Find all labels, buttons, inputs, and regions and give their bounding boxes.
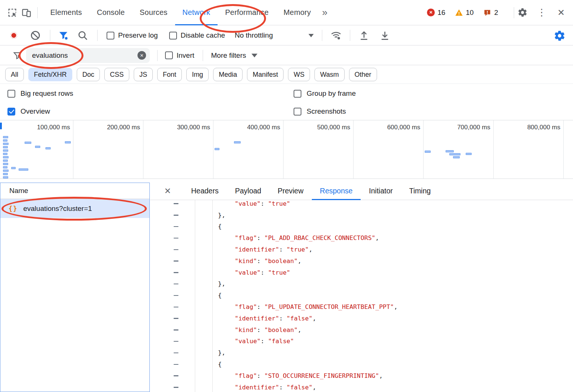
device-toolbar-icon (21, 7, 32, 18)
invert-filter-checkbox[interactable] (165, 51, 173, 59)
fold-marker[interactable] (150, 324, 195, 336)
fold-dash-icon (174, 284, 178, 285)
devtools-main-toolbar: ElementsConsoleSourcesNetworkPerformance… (0, 0, 573, 25)
detail-tab-preview[interactable]: Preview (269, 183, 311, 200)
filter-toggle-button[interactable] (58, 30, 69, 41)
close-devtools-button[interactable]: ✕ (553, 4, 569, 21)
issues-badge[interactable]: 2 (483, 9, 498, 17)
detail-tab-headers[interactable]: Headers (183, 183, 227, 200)
group-by-frame-checkbox[interactable] (294, 90, 301, 98)
chevron-down-icon (308, 34, 314, 37)
chip-css[interactable]: CSS (104, 68, 129, 81)
device-toolbar-button[interactable] (19, 6, 34, 20)
disable-cache-label: Disable cache (181, 31, 225, 39)
clear-filter-button[interactable]: ✕ (137, 51, 146, 60)
inspect-element-button[interactable] (5, 6, 19, 20)
fold-marker[interactable] (150, 382, 195, 392)
chip-all[interactable]: All (5, 68, 24, 81)
export-har-button[interactable] (379, 30, 390, 41)
console-errors-badge[interactable]: ✕ 16 (427, 9, 445, 17)
detail-tab-initiator[interactable]: Initiator (361, 183, 401, 200)
search-network-button[interactable] (77, 30, 88, 41)
chip-ws[interactable]: WS (288, 68, 310, 81)
console-warnings-badge[interactable]: 10 (455, 9, 474, 17)
timeline-request-bar (3, 156, 9, 158)
timeline-request-bar (234, 141, 241, 143)
disable-cache-checkbox[interactable] (169, 32, 177, 39)
fold-dash-icon (174, 226, 178, 227)
settings-gear-button[interactable] (514, 4, 531, 21)
network-settings-button[interactable] (554, 30, 566, 42)
fold-marker[interactable] (150, 290, 195, 301)
chip-manifest[interactable]: Manifest (247, 68, 284, 81)
timeline-tick-label: 500,000 ms (294, 124, 350, 131)
tab-network[interactable]: Network (175, 0, 218, 25)
import-har-button[interactable] (358, 30, 370, 41)
request-row[interactable]: {}evaluations?cluster=1 (0, 199, 149, 218)
fold-marker[interactable] (150, 301, 195, 313)
big-request-rows-checkbox[interactable] (7, 90, 15, 98)
fold-marker[interactable] (150, 200, 195, 209)
timeline-request-bar (65, 141, 71, 143)
code-text: "kind": "boolean", (195, 257, 301, 265)
name-column-header[interactable]: Name (0, 183, 149, 199)
fold-marker[interactable] (150, 209, 195, 221)
tab-performance[interactable]: Performance (218, 0, 276, 25)
chip-js[interactable]: JS (134, 68, 153, 81)
fold-marker[interactable] (150, 244, 195, 255)
throttling-select[interactable]: No throttling (235, 31, 314, 39)
clear-network-log-button[interactable] (30, 30, 41, 41)
screenshots-checkbox[interactable] (294, 108, 301, 116)
network-filter-input-box[interactable]: ✕ (26, 48, 150, 63)
chip-media[interactable]: Media (213, 68, 243, 81)
timeline-request-bar (25, 142, 31, 144)
network-view-options: Big request rows Group by frame Overview… (0, 84, 573, 120)
screenshots-label: Screenshots (307, 107, 346, 116)
timeline-request-bar (45, 147, 51, 149)
warning-icon (455, 9, 463, 17)
window-controls: ⋮ ✕ (514, 4, 569, 21)
timeline-gridline (213, 120, 213, 178)
tab-memory[interactable]: Memory (276, 0, 318, 25)
chip-fetch-xhr[interactable]: Fetch/XHR (28, 68, 72, 81)
preserve-log-label: Preserve log (118, 31, 158, 39)
fold-marker[interactable] (150, 336, 195, 347)
detail-tab-timing[interactable]: Timing (401, 183, 439, 200)
chip-other[interactable]: Other (349, 68, 377, 81)
more-tabs-button[interactable]: » (322, 7, 327, 18)
tab-console[interactable]: Console (89, 0, 132, 25)
chip-img[interactable]: Img (186, 68, 209, 81)
tab-sources[interactable]: Sources (132, 0, 175, 25)
record-network-log-button[interactable] (10, 32, 17, 39)
fold-dash-icon (174, 364, 178, 365)
more-filters-button[interactable]: More filters (211, 51, 246, 60)
timeline-tick-label: 800,000 ms (504, 124, 560, 131)
fold-marker[interactable] (150, 255, 195, 267)
fold-marker[interactable] (150, 358, 195, 370)
code-text: "flag": "PL_ADD_RBAC_CHECK_CONNECTORS", (195, 234, 379, 241)
fold-marker[interactable] (150, 313, 195, 324)
fold-marker[interactable] (150, 221, 195, 233)
fold-marker[interactable] (150, 370, 195, 382)
response-body-viewer[interactable]: "value": "true"},{"flag": "PL_ADD_RBAC_C… (150, 200, 573, 392)
fold-marker[interactable] (150, 267, 195, 278)
chip-font[interactable]: Font (157, 68, 182, 81)
overview-checkbox[interactable] (7, 108, 15, 116)
gutter-divider (195, 200, 195, 392)
chip-wasm[interactable]: Wasm (314, 68, 344, 81)
preserve-log-checkbox[interactable] (107, 32, 114, 39)
overview-timeline[interactable]: 100,000 ms200,000 ms300,000 ms400,000 ms… (0, 120, 573, 179)
detail-tab-response[interactable]: Response (312, 183, 361, 200)
close-detail-panel-button[interactable]: ✕ (162, 186, 173, 196)
network-conditions-button[interactable] (330, 30, 342, 41)
fold-marker[interactable] (150, 278, 195, 290)
timeline-selection-handle[interactable] (0, 123, 2, 129)
fold-marker[interactable] (150, 347, 195, 358)
detail-tab-payload[interactable]: Payload (227, 183, 269, 200)
timeline-tick-label: 100,000 ms (14, 124, 70, 131)
kebab-menu-button[interactable]: ⋮ (534, 4, 550, 21)
network-filter-input[interactable] (31, 51, 137, 60)
chip-doc[interactable]: Doc (77, 68, 100, 81)
tab-elements[interactable]: Elements (43, 0, 89, 25)
fold-marker[interactable] (150, 232, 195, 244)
